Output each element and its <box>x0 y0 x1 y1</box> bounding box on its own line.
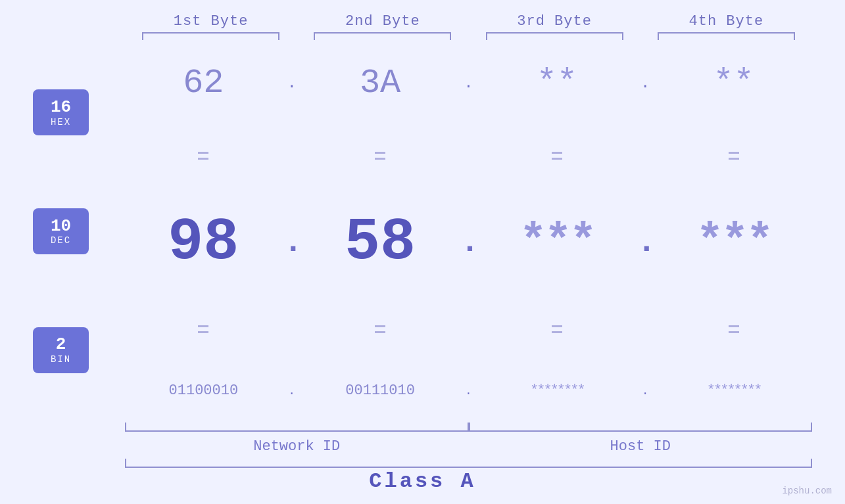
class-bracket-area <box>33 459 812 468</box>
byte1-header: 1st Byte <box>125 13 297 30</box>
class-bracket <box>125 459 812 468</box>
eq-5 <box>198 325 208 333</box>
dot-2: . <box>459 74 479 92</box>
sep2-b1 <box>125 325 282 333</box>
network-bracket <box>125 423 469 432</box>
network-host-brackets <box>33 423 812 436</box>
class-label: Class A <box>369 469 475 493</box>
hex-b1: 62 <box>125 64 282 103</box>
dot-bin-3: . <box>635 384 655 398</box>
hex-b3: ** <box>479 64 636 103</box>
dec-b1: 98 <box>125 209 282 276</box>
dec-row: 98 . 58 . *** . *** <box>125 209 812 276</box>
host-id-label: Host ID <box>469 438 813 455</box>
eq-line-top <box>375 152 385 154</box>
dec-b3: *** <box>479 216 636 268</box>
eq-7 <box>552 325 562 333</box>
dec-badge: 10 DEC <box>33 208 89 254</box>
bin-b1: 01100010 <box>125 382 282 399</box>
byte2-header: 2nd Byte <box>297 13 468 30</box>
eq-line-bot <box>729 158 739 160</box>
sep2-b3 <box>479 325 636 333</box>
eq-6 <box>375 325 385 333</box>
bracket-top-b1 <box>142 32 279 40</box>
eq-8 <box>729 325 739 333</box>
watermark: ipshu.com <box>782 486 832 496</box>
main-container: 1st Byte 2nd Byte 3rd Byte 4th Byte 62 .… <box>0 0 845 504</box>
sep2-b2 <box>302 325 459 333</box>
hex-badge: 16 HEX <box>33 89 89 135</box>
bin-row: 01100010 . 00111010 . ******** . *******… <box>125 382 812 399</box>
eq-line-bot <box>729 331 739 333</box>
bin-b3: ******** <box>479 382 636 399</box>
dot-dec-1: . <box>282 223 302 261</box>
bracket-top-b2 <box>314 32 451 40</box>
sep1-b2 <box>302 152 459 160</box>
bracket-b1 <box>125 32 297 40</box>
sep1-b3 <box>479 152 636 160</box>
dot-dec-3: . <box>635 223 655 261</box>
bin-b4: ******** <box>655 382 812 399</box>
bracket-top-b3 <box>486 32 623 40</box>
eq-line-bot <box>552 331 562 333</box>
badges-column: 16 HEX 10 DEC 2 BIN <box>33 40 118 423</box>
bracket-b2 <box>297 32 468 40</box>
bracket-b3 <box>469 32 640 40</box>
top-brackets-row <box>33 32 812 40</box>
eq-2 <box>375 152 385 160</box>
bin-badge: 2 BIN <box>33 327 89 373</box>
dot-1: . <box>282 74 302 92</box>
host-bracket <box>469 423 813 432</box>
eq-line-top <box>375 325 385 327</box>
hex-b4: ** <box>655 64 812 103</box>
eq-line-top <box>729 325 739 327</box>
byte-headers-row: 1st Byte 2nd Byte 3rd Byte 4th Byte <box>33 13 812 30</box>
sep1-b4 <box>655 152 812 160</box>
sep-row-1 <box>125 143 812 169</box>
eq-4 <box>729 152 739 160</box>
eq-line-top <box>552 152 562 154</box>
dot-bin-2: . <box>459 384 479 398</box>
network-host-labels: Network ID Host ID <box>33 438 812 455</box>
hex-row: 62 . 3A . ** . ** <box>125 64 812 103</box>
bracket-b4 <box>640 32 812 40</box>
eq-line-top <box>198 325 208 327</box>
bracket-top-b4 <box>658 32 795 40</box>
network-id-label: Network ID <box>125 438 469 455</box>
eq-line-bot <box>198 331 208 333</box>
sep1-b1 <box>125 152 282 160</box>
eq-line-top <box>552 325 562 327</box>
eq-line-bot <box>198 158 208 160</box>
hex-b2: 3A <box>302 64 459 103</box>
dec-b4: *** <box>655 216 812 268</box>
eq-line-top <box>198 152 208 154</box>
sep2-b4 <box>655 325 812 333</box>
dot-3: . <box>635 74 655 92</box>
eq-line-bot <box>375 331 385 333</box>
eq-3 <box>552 152 562 160</box>
dot-dec-2: . <box>459 223 479 261</box>
dot-bin-1: . <box>282 384 302 398</box>
eq-1 <box>198 152 208 160</box>
dec-b2: 58 <box>302 209 459 276</box>
class-label-area: Class A <box>33 469 812 504</box>
eq-line-bot <box>552 158 562 160</box>
byte3-header: 3rd Byte <box>469 13 640 30</box>
byte4-header: 4th Byte <box>640 13 812 30</box>
eq-line-top <box>729 152 739 154</box>
bin-b2: 00111010 <box>302 382 459 399</box>
eq-line-bot <box>375 158 385 160</box>
sep-row-2 <box>125 316 812 342</box>
